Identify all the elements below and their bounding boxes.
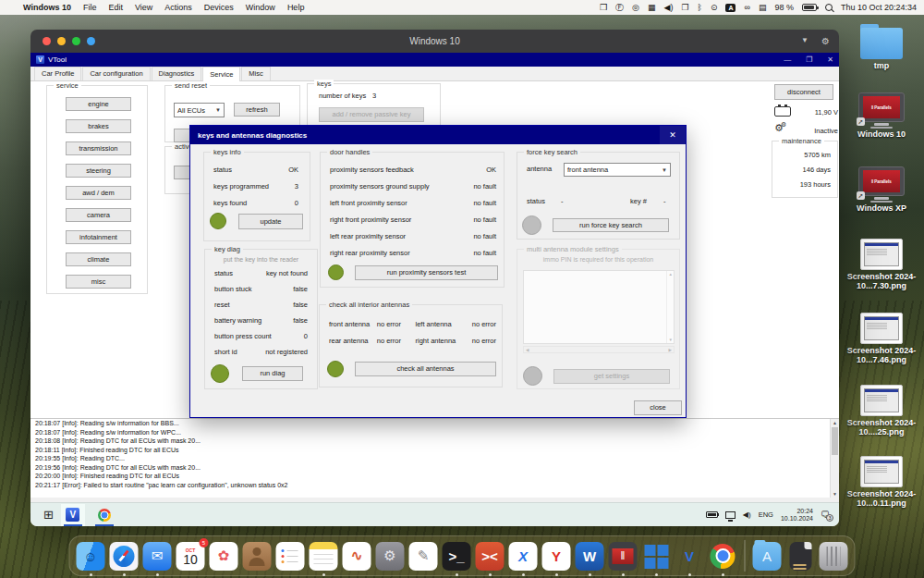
tray-battery-icon[interactable] (706, 511, 718, 518)
desktop-icon-screenshot-2024-10-25-png[interactable]: Screenshot 2024-10....25.png (845, 385, 918, 437)
desktop-icon-windows-10[interactable]: Parallels➚Windows 10 (845, 92, 918, 139)
vtool-close-button[interactable]: ✕ (827, 55, 833, 64)
taskbar-vtool-button[interactable]: V (61, 504, 85, 526)
keyboard-icon[interactable]: ▦ (648, 4, 656, 12)
dock-item-remote-desktop[interactable]: >< (475, 541, 505, 572)
vm-titlebar[interactable]: Windows 10 ▼ ⚙ (30, 30, 839, 53)
menubar-clock[interactable]: Thu 10 Oct 20:24:34 (841, 3, 917, 12)
check-all-antennas-button[interactable]: check all antennas (355, 362, 496, 376)
dock-item-system-settings[interactable]: ⚙ (375, 541, 406, 572)
awd-dem-button[interactable]: awd / dem (66, 186, 131, 200)
dock-item-contacts[interactable] (242, 541, 273, 572)
vtool-maximize-button[interactable]: ❐ (806, 55, 812, 64)
run-diag-button[interactable]: run diag (242, 366, 303, 381)
tab-diagnostics[interactable]: Diagnostics (152, 67, 202, 80)
brakes-button[interactable]: brakes (66, 119, 131, 133)
bluetooth-icon[interactable]: ᛒ (697, 4, 701, 12)
scrollbar-thumb[interactable] (832, 427, 838, 455)
infotainment-button[interactable]: infotainment (66, 230, 131, 244)
dock-item-freeform[interactable]: ∿ (342, 541, 372, 572)
steering-button[interactable]: steering (66, 164, 131, 178)
dock-item-windows[interactable] (641, 541, 672, 572)
tray-language[interactable]: ENG (759, 510, 773, 519)
display-icon[interactable]: ❒ (600, 4, 607, 12)
parallels-status-icon[interactable]: ▤ (759, 4, 767, 12)
dock-item-mail[interactable]: ✉ (142, 541, 173, 572)
tab-car-profile[interactable]: Car Profile (34, 67, 81, 80)
dock-item-textedit[interactable]: ✎ (408, 541, 439, 572)
dock-item-safari[interactable] (109, 541, 140, 572)
desktop-icon-screenshot-2024-10-0-11-png[interactable]: Screenshot 2024-10...0.11.png (845, 456, 918, 509)
vertical-scrollbar[interactable]: ▲▼ (666, 271, 674, 343)
volume-icon[interactable]: ◀) (663, 4, 673, 12)
taskbar-chrome-button[interactable] (92, 504, 116, 526)
search-icon[interactable] (825, 4, 833, 11)
dock-item-trash[interactable] (819, 541, 849, 572)
tab-car-configuration[interactable]: Car configuration (82, 67, 150, 80)
update-button[interactable]: update (238, 214, 303, 229)
tray-clock[interactable]: 20:24 10.10.2024 (781, 508, 813, 523)
facetime-icon[interactable]: Ⓕ (615, 4, 624, 12)
screen-record-icon[interactable]: ⊙ (711, 4, 718, 12)
input-source-icon[interactable]: A (725, 4, 736, 12)
desktop-icon-screenshot-2024-10-7-30-png[interactable]: Screenshot 2024-10...7.30.png (845, 239, 918, 291)
menu-view[interactable]: View (135, 3, 152, 12)
dialog-close-icon[interactable]: ✕ (660, 126, 686, 144)
continuity-icon[interactable]: ◎ (632, 4, 639, 12)
transmission-button[interactable]: transmission (66, 141, 131, 155)
dock-item-parallels-desktop[interactable] (608, 541, 638, 572)
menu-file[interactable]: File (83, 3, 97, 12)
desktop-icon-tmp[interactable]: tmp (845, 24, 918, 70)
vtool-titlebar[interactable]: V VTool — ❐ ✕ (30, 53, 839, 67)
desktop-icon-windows-xp[interactable]: Parallels➚Windows XP (845, 166, 918, 213)
dock-item-calendar[interactable]: OCT105 (176, 541, 206, 572)
vm-dropdown-icon[interactable]: ▼ (801, 36, 808, 46)
dock-item-notes[interactable] (309, 541, 339, 572)
dock-item-word[interactable]: W (575, 541, 605, 572)
dock-item-vtool[interactable]: V (675, 541, 705, 572)
dock-item-photos[interactable]: ✿ (209, 541, 239, 572)
run-force-key-search-button[interactable]: run force key search (553, 218, 669, 232)
notification-center-icon[interactable]: 🗨3 (821, 510, 830, 520)
dock-item-yandex-browser[interactable]: Y (541, 541, 572, 572)
climate-button[interactable]: climate (66, 252, 131, 266)
battery-icon[interactable] (802, 4, 817, 11)
horizontal-scrollbar[interactable]: ◀▶ (523, 346, 675, 353)
antenna-select[interactable]: front antenna ▼ (564, 163, 671, 177)
stage-manager-icon[interactable]: ❐ (681, 4, 688, 12)
refresh-button[interactable]: refresh (234, 103, 280, 117)
dock-item-terminal[interactable]: >_ (442, 541, 472, 572)
camera-button[interactable]: camera (66, 208, 131, 222)
tab-service[interactable]: Service (202, 67, 240, 81)
dock-item-applications-folder[interactable]: A (752, 541, 783, 572)
vtool-minimize-button[interactable]: — (784, 55, 791, 64)
disconnect-button[interactable]: disconnect (774, 84, 833, 100)
dialog-titlebar[interactable]: keys and antennas diagnostics ✕ (190, 126, 686, 144)
menu-actions[interactable]: Actions (164, 3, 192, 12)
close-button[interactable]: close (634, 400, 682, 415)
menu-edit[interactable]: Edit (108, 3, 123, 12)
engine-button[interactable]: engine (66, 97, 131, 111)
ecu-select[interactable]: All ECUs ▼ (174, 103, 225, 117)
dock-item-chrome[interactable] (708, 541, 738, 572)
desktop-icon-screenshot-2024-10-7-46-png[interactable]: Screenshot 2024-10...7.46.png (845, 313, 918, 365)
menu-help[interactable]: Help (287, 3, 305, 12)
dock-item-reminders[interactable] (275, 541, 306, 572)
tray-volume-icon[interactable]: ◀) (743, 510, 751, 519)
dock-item-xquartz[interactable]: X (508, 541, 539, 572)
tray-network-icon[interactable] (725, 511, 736, 519)
link-icon[interactable]: ∞ (744, 4, 749, 12)
start-button[interactable]: ⊞ (43, 508, 54, 522)
run-proximity-sensors-test-button[interactable]: run proximity sensors test (355, 265, 498, 280)
menu-window[interactable]: Window (246, 3, 275, 12)
scroll-up-icon[interactable]: ▲ (831, 420, 839, 425)
vm-gear-icon[interactable]: ⚙ (821, 36, 830, 46)
tab-misc[interactable]: Misc (241, 67, 270, 80)
log-scrollbar[interactable]: ▲ ▼ (830, 419, 839, 498)
active-app-menu[interactable]: Windows 10 (23, 3, 71, 12)
misc-button[interactable]: misc (66, 275, 131, 289)
menu-devices[interactable]: Devices (204, 3, 234, 12)
dock-item-finder[interactable]: ☺ (76, 541, 106, 572)
dock-item-documents[interactable] (785, 541, 816, 572)
scroll-down-icon[interactable]: ▼ (831, 491, 839, 497)
